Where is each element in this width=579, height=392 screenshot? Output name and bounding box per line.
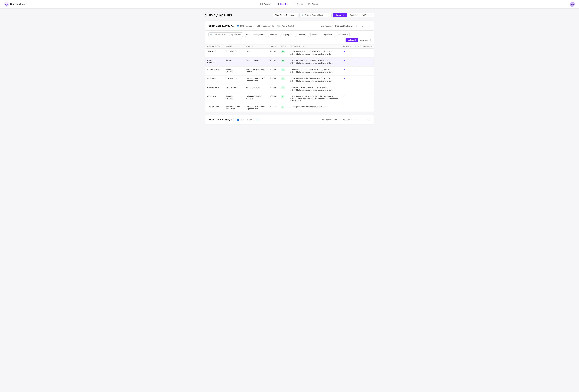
- tab-assets-label: Assets: [297, 3, 303, 5]
- cell-assets-created: [353, 75, 374, 84]
- table-row[interactable]: Christine CopelandShopifyAccount Directo…: [205, 57, 374, 66]
- by-survey-button[interactable]: By Survey: [333, 13, 347, 17]
- survey-2-assets: 📄 0: [256, 119, 260, 121]
- cell-title: Account Manager: [244, 84, 268, 93]
- table-row[interactable]: Charles BurnsCardinal HealthAccount Mana…: [205, 84, 374, 93]
- respondent-search-icon: 🔍: [210, 33, 213, 36]
- cell-date: 7/21/22: [268, 104, 279, 112]
- table-row[interactable]: Armen HunterBuilding and Loan Associatio…: [205, 104, 374, 112]
- survey-2-responses-label: 5,172: [240, 119, 244, 121]
- industry-label: Industry: [269, 34, 276, 36]
- col-company[interactable]: Company ⇅: [223, 44, 244, 49]
- person-icon: 👤: [237, 25, 239, 27]
- check-icon: ✓: [343, 68, 345, 71]
- survey-2-header-right: Last Response: July 20, 2021 2:15pm ET ⬇…: [321, 117, 370, 122]
- collapse-button-1[interactable]: ⌄: [361, 24, 365, 28]
- col-named-label: Named: [343, 46, 349, 47]
- download-button-2[interactable]: ⬇: [355, 117, 359, 122]
- col-date[interactable]: Date ⇅: [268, 44, 279, 49]
- col-title[interactable]: Title ⇅: [244, 44, 268, 49]
- survey-search-box[interactable]: 🔍: [299, 13, 332, 17]
- cell-nps: 10: [279, 57, 288, 66]
- tab-assets[interactable]: Assets: [290, 0, 305, 8]
- col-nps[interactable]: NPS ⇅: [279, 44, 288, 49]
- cell-date: 7/21/22: [268, 75, 279, 84]
- individual-view-button[interactable]: Individual: [346, 38, 358, 42]
- col-nps-label: NPS: [281, 46, 284, 47]
- cell-date: 7/21/22: [268, 57, 279, 66]
- all-results-button[interactable]: All Results: [360, 13, 374, 17]
- col-assets-created[interactable]: Assets Created ⇅: [353, 44, 374, 49]
- testimonial-item: 2. Boost Labs has helped us in our local…: [290, 71, 339, 73]
- survey-1-meta: 👤 209 Responses ○ 5.42% Response Rate 📄 …: [237, 25, 294, 27]
- col-testimonials[interactable]: Testimonials ⇅: [288, 44, 341, 49]
- check-icon: ✓: [343, 59, 345, 62]
- cell-title: Business Development Representative: [244, 75, 268, 84]
- cell-testimonials: 1. Great support from top to bottom. Gre…: [288, 66, 341, 75]
- by-group-button[interactable]: By Group: [347, 13, 360, 17]
- check-icon: ✓: [343, 77, 345, 80]
- survey-1-assets: 📄 16 Assets Created: [277, 25, 294, 27]
- respondent-search[interactable]: 🔍: [209, 32, 243, 37]
- cell-assets-created: 2: [353, 57, 374, 66]
- cell-date: 7/21/22\: [268, 93, 279, 104]
- role-filter[interactable]: Role ▾: [310, 33, 319, 37]
- logo-icon: [4, 2, 9, 7]
- fullscreen-button-2[interactable]: ⛶: [366, 117, 370, 122]
- view-toggle: By Survey By Group All Results: [333, 13, 374, 17]
- cell-testimonials: 1. Boost Labs has helped us in our local…: [288, 93, 341, 104]
- survey-2-last-response: Last Response: July 20, 2021 2:15pm ET: [321, 119, 353, 121]
- cell-nps: 10: [279, 84, 288, 93]
- table-row[interactable]: Ann BarrettTelAmeriCorpBusiness Developm…: [205, 75, 374, 84]
- testimonial-item: 1. The gamification features have been r…: [290, 77, 339, 79]
- download-button-1[interactable]: ⬇: [355, 24, 359, 28]
- named-anonymous-filter[interactable]: Named & Anonymous ▾: [245, 33, 266, 37]
- cell-respondent: Barry Odom: [205, 93, 223, 104]
- testimonial-item: 2. Boost Labs has helped us in our local…: [290, 62, 339, 64]
- cell-named: ✕: [341, 93, 353, 104]
- table-row[interactable]: John SmithTelAmeriCorpCEO7/21/22101. The…: [205, 49, 374, 57]
- table-row[interactable]: Barry OdomState Farm InsuranceCustomer S…: [205, 93, 374, 104]
- aggregate-view-button[interactable]: Aggregate: [358, 38, 370, 42]
- logo-text: UserEvidence: [10, 3, 26, 6]
- cell-nps: 10: [279, 49, 288, 57]
- role-chevron-icon: ▾: [316, 34, 317, 35]
- cell-nps: 9: [279, 104, 288, 112]
- survey-1-responses: 👤 209 Responses: [237, 25, 252, 27]
- sort-dropdown[interactable]: Most Recent Response ▾: [273, 13, 298, 17]
- table-row[interactable]: Andres HolmvicState Farm InsuranceWest C…: [205, 66, 374, 75]
- respondent-search-input[interactable]: [214, 34, 241, 36]
- col-respondent[interactable]: Respondent ⇅: [205, 44, 223, 49]
- table-body: John SmithTelAmeriCorpCEO7/21/22101. The…: [205, 49, 374, 112]
- col-named[interactable]: Named ⇅: [341, 44, 353, 49]
- cell-testimonials: 1. We can't use a whole lot of modern so…: [288, 84, 341, 93]
- nps-badge: 10: [281, 51, 285, 53]
- tab-surveys[interactable]: Surveys: [257, 0, 274, 8]
- assets-sort-icon: ⇅: [370, 46, 372, 47]
- company-size-filter[interactable]: Company Size ▾: [280, 33, 296, 37]
- cell-company: State Farm Insurance: [223, 93, 244, 104]
- all-groups-filter[interactable]: All Groups ▾: [337, 33, 350, 37]
- page-title: Survey Results: [205, 13, 271, 17]
- testimonial-item: 1. Boost Labs has helped us in our local…: [290, 95, 339, 101]
- logo[interactable]: UserEvidence: [4, 2, 26, 7]
- avatar[interactable]: MB: [570, 2, 575, 7]
- cell-assets-created: [353, 93, 374, 104]
- expand-toggle-button-2[interactable]: ⌃: [361, 117, 365, 122]
- svg-rect-3: [277, 4, 277, 5]
- cell-testimonials: 1. The gamification features have been r…: [288, 49, 341, 57]
- survey-1-title: Boost Labs Survey #1: [209, 24, 234, 27]
- expand-button-1[interactable]: ⛶: [366, 24, 370, 28]
- industry-filter[interactable]: Industry ▾: [268, 33, 279, 37]
- seniority-filter[interactable]: Seniority ▾: [297, 33, 309, 37]
- tab-results[interactable]: Results: [274, 0, 290, 8]
- all-questions-filter[interactable]: All Questions ▾: [320, 33, 335, 37]
- sort-label: Most Recent Response: [275, 14, 295, 16]
- survey-1-rate: ○ 5.42% Response Rate: [255, 25, 274, 27]
- page-content: Survey Results Most Recent Response ▾ 🔍 …: [200, 8, 379, 132]
- col-company-label: Company: [225, 46, 233, 47]
- named-sort-icon: ⇅: [350, 46, 351, 47]
- survey-search-input[interactable]: [305, 14, 330, 16]
- tab-reports[interactable]: Reports: [305, 0, 322, 8]
- col-assets-created-label: Assets Created: [355, 46, 369, 47]
